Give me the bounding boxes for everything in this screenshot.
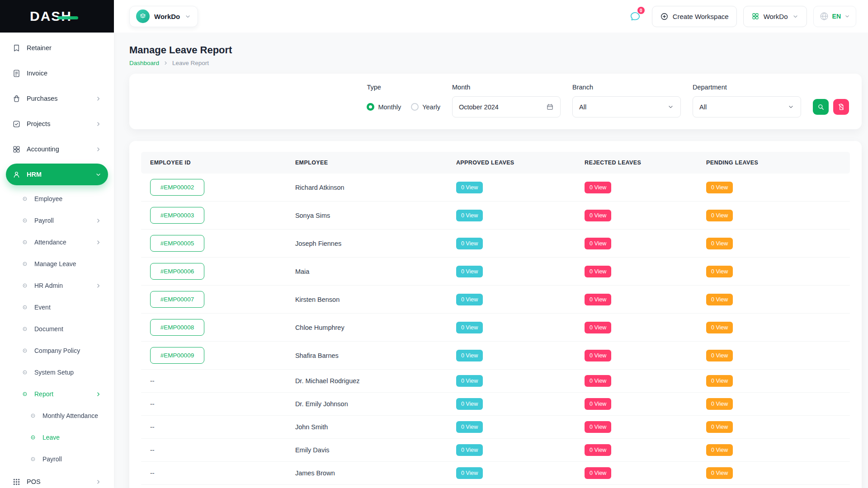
dot-circle-icon	[21, 347, 28, 354]
pending-leaves-badge[interactable]: 0 View	[706, 467, 733, 479]
employee-id-chip[interactable]: #EMP00002	[150, 179, 204, 196]
approved-leaves-badge[interactable]: 0 View	[456, 294, 483, 305]
employee-name: Kirsten Benson	[295, 296, 456, 303]
employee-id-chip[interactable]: #EMP00009	[150, 347, 204, 364]
sidebar-item-hr-admin[interactable]: HR Admin	[6, 276, 108, 296]
sidebar-item-company-policy[interactable]: Company Policy	[6, 341, 108, 361]
department-select[interactable]: All	[693, 96, 801, 117]
rejected-leaves-badge[interactable]: 0 View	[585, 398, 611, 410]
search-button[interactable]	[813, 99, 829, 115]
approved-leaves-badge[interactable]: 0 View	[456, 182, 483, 193]
approved-leaves-badge[interactable]: 0 View	[456, 444, 483, 456]
sidebar-item-system-setup[interactable]: System Setup	[6, 362, 108, 382]
employee-id-chip[interactable]: #EMP00005	[150, 235, 204, 252]
sidebar-item-manage-leave[interactable]: Manage Leave	[6, 254, 108, 274]
approved-leaves-badge[interactable]: 0 View	[456, 350, 483, 361]
rejected-leaves-badge[interactable]: 0 View	[585, 210, 611, 221]
pending-leaves-badge[interactable]: 0 View	[706, 444, 733, 456]
breadcrumb: Dashboard Leave Report	[129, 60, 862, 66]
workspace-menu-label: WorkDo	[764, 13, 788, 20]
branch-select[interactable]: All	[572, 96, 681, 117]
pending-leaves-badge[interactable]: 0 View	[706, 238, 733, 249]
sidebar-item-payroll[interactable]: Payroll	[6, 449, 108, 469]
table-row: #EMP00002Richard Atkinson0 View0 View0 V…	[141, 174, 850, 202]
dot-circle-icon	[21, 195, 28, 202]
sidebar-item-document[interactable]: Document	[6, 319, 108, 339]
filter-card: Type MonthlyYearly Month October 2024 Br…	[129, 74, 862, 129]
pending-leaves-badge[interactable]: 0 View	[706, 210, 733, 221]
sidebar-item-label: Projects	[27, 120, 50, 127]
messages-button[interactable]: 0	[625, 6, 646, 27]
filter-branch-group: Branch All	[572, 84, 681, 117]
rejected-leaves-badge[interactable]: 0 View	[585, 350, 611, 361]
sidebar-item-event[interactable]: Event	[6, 297, 108, 317]
table-row: --Emily Davis0 View0 View0 View	[141, 439, 850, 462]
sidebar-item-pos[interactable]: POS	[6, 471, 108, 488]
pending-leaves-badge[interactable]: 0 View	[706, 294, 733, 305]
rejected-leaves-badge[interactable]: 0 View	[585, 266, 611, 277]
pending-leaves-badge[interactable]: 0 View	[706, 182, 733, 193]
workspace-menu-button[interactable]: WorkDo	[743, 6, 807, 27]
filter-department-group: Department All	[693, 84, 801, 117]
chevron-right-icon	[95, 95, 102, 102]
pending-leaves-badge[interactable]: 0 View	[706, 350, 733, 361]
pending-leaves-badge[interactable]: 0 View	[706, 421, 733, 433]
pending-leaves-badge[interactable]: 0 View	[706, 375, 733, 387]
workspace-selector[interactable]: WorkDo	[129, 6, 198, 27]
sidebar-item-projects[interactable]: Projects	[6, 113, 108, 135]
sidebar-item-payroll[interactable]: Payroll	[6, 211, 108, 230]
table-row: #EMP00005Joseph Fiennes0 View0 View0 Vie…	[141, 230, 850, 258]
sidebar-item-label: Invoice	[27, 70, 47, 77]
approved-leaves-badge[interactable]: 0 View	[456, 375, 483, 387]
radio-yearly[interactable]: Yearly	[411, 103, 440, 111]
employee-id-chip[interactable]: #EMP00007	[150, 291, 204, 308]
employee-id-empty: --	[150, 469, 155, 477]
rejected-leaves-badge[interactable]: 0 View	[585, 444, 611, 456]
rejected-leaves-badge[interactable]: 0 View	[585, 182, 611, 193]
rejected-leaves-badge[interactable]: 0 View	[585, 322, 611, 333]
sidebar-item-label: Company Policy	[34, 347, 80, 354]
pending-leaves-badge[interactable]: 0 View	[706, 266, 733, 277]
approved-leaves-badge[interactable]: 0 View	[456, 467, 483, 479]
create-workspace-button[interactable]: Create Workspace	[652, 6, 737, 27]
dot-circle-icon	[21, 325, 28, 333]
workspace-avatar-icon	[136, 9, 150, 23]
rejected-leaves-badge[interactable]: 0 View	[585, 238, 611, 249]
sidebar-item-accounting[interactable]: Accounting	[6, 138, 108, 160]
create-workspace-label: Create Workspace	[673, 13, 729, 20]
approved-leaves-badge[interactable]: 0 View	[456, 238, 483, 249]
pending-leaves-badge[interactable]: 0 View	[706, 322, 733, 333]
employee-id-chip[interactable]: #EMP00008	[150, 319, 204, 336]
month-input[interactable]: October 2024	[452, 96, 561, 117]
sidebar-item-label: Leave	[42, 434, 60, 441]
employee-id-chip[interactable]: #EMP00006	[150, 263, 204, 280]
approved-leaves-badge[interactable]: 0 View	[456, 322, 483, 333]
approved-leaves-badge[interactable]: 0 View	[456, 266, 483, 277]
approved-leaves-badge[interactable]: 0 View	[456, 210, 483, 221]
chevron-right-icon	[163, 60, 169, 66]
rejected-leaves-badge[interactable]: 0 View	[585, 294, 611, 305]
rejected-leaves-badge[interactable]: 0 View	[585, 375, 611, 387]
pending-leaves-badge[interactable]: 0 View	[706, 398, 733, 410]
sidebar-item-purchases[interactable]: Purchases	[6, 88, 108, 109]
sidebar-item-retainer[interactable]: Retainer	[6, 37, 108, 59]
globe-icon	[819, 11, 829, 21]
sidebar-item-attendance[interactable]: Attendance	[6, 232, 108, 252]
accounting-icon	[12, 145, 21, 154]
brand-logo[interactable]: DASH	[0, 0, 114, 33]
sidebar-item-hrm[interactable]: HRM	[6, 164, 108, 185]
approved-leaves-badge[interactable]: 0 View	[456, 421, 483, 433]
breadcrumb-dashboard-link[interactable]: Dashboard	[129, 60, 159, 66]
employee-id-chip[interactable]: #EMP00003	[150, 207, 204, 224]
sidebar-item-invoice[interactable]: Invoice	[6, 62, 108, 84]
rejected-leaves-badge[interactable]: 0 View	[585, 421, 611, 433]
sidebar-item-employee[interactable]: Employee	[6, 189, 108, 209]
radio-monthly[interactable]: Monthly	[367, 103, 401, 111]
sidebar-item-report[interactable]: Report	[6, 384, 108, 404]
sidebar-item-leave[interactable]: Leave	[6, 427, 108, 447]
reset-filter-button[interactable]	[833, 99, 849, 115]
sidebar-item-monthly-attendance[interactable]: Monthly Attendance	[6, 406, 108, 426]
approved-leaves-badge[interactable]: 0 View	[456, 398, 483, 410]
language-selector[interactable]: EN	[813, 6, 856, 27]
rejected-leaves-badge[interactable]: 0 View	[585, 467, 611, 479]
